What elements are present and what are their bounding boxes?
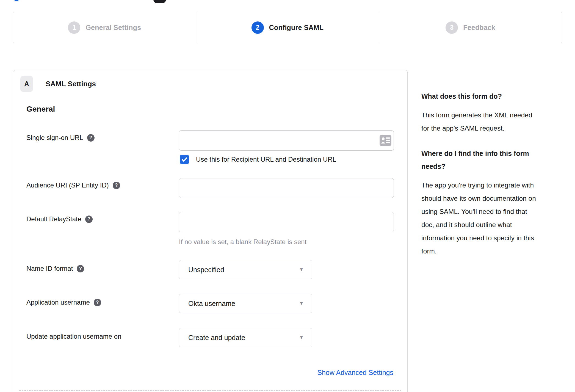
step-general-settings: 1 General Settings	[13, 12, 196, 43]
help-icon[interactable]: ?	[94, 299, 101, 306]
chevron-down-icon: ▼	[299, 335, 304, 340]
sso-url-label-text: Single sign-on URL	[26, 134, 83, 142]
step-3-badge: 3	[446, 21, 458, 34]
wizard-stepper: 1 General Settings 2 Configure SAML 3 Fe…	[13, 12, 562, 43]
update-app-username-select[interactable]: Create and update ▼	[179, 328, 312, 347]
help-icon[interactable]: ?	[77, 265, 84, 272]
step-3-label: Feedback	[463, 24, 495, 32]
audience-uri-input[interactable]	[179, 178, 394, 198]
name-id-format-label-text: Name ID format	[26, 265, 73, 272]
checkmark-icon	[181, 156, 188, 163]
page-title-fragment-blue	[15, 0, 18, 1]
sso-url-input-wrap	[179, 130, 394, 151]
help-paragraph-what: This form generates the XML needed for t…	[421, 109, 555, 135]
contact-card-icon[interactable]	[380, 135, 391, 146]
application-username-label: Application username ?	[26, 299, 101, 306]
default-relaystate-label: Default RelayState ?	[26, 215, 93, 223]
name-id-format-select[interactable]: Unspecified ▼	[179, 260, 312, 279]
step-1-label: General Settings	[85, 24, 141, 32]
section-divider	[19, 390, 401, 391]
default-relaystate-label-text: Default RelayState	[26, 215, 81, 223]
update-app-username-label-text: Update application username on	[26, 333, 121, 340]
update-app-username-value: Create and update	[188, 334, 299, 342]
step-1-badge: 1	[68, 21, 80, 34]
sso-url-input[interactable]	[179, 130, 394, 151]
show-advanced-settings-link[interactable]: Show Advanced Settings	[317, 369, 393, 377]
recipient-url-checkbox[interactable]	[180, 155, 189, 164]
section-a-badge: A	[20, 76, 33, 92]
recipient-url-checkbox-row: Use this for Recipient URL and Destinati…	[180, 155, 336, 164]
sso-url-label: Single sign-on URL ?	[26, 134, 95, 142]
help-icon[interactable]: ?	[113, 182, 120, 189]
help-icon[interactable]: ?	[87, 134, 95, 142]
general-group-title: General	[26, 105, 55, 114]
update-app-username-label: Update application username on	[26, 333, 121, 340]
step-2-badge: 2	[251, 21, 264, 34]
audience-uri-label-text: Audience URI (SP Entity ID)	[26, 181, 109, 189]
step-configure-saml: 2 Configure SAML	[196, 12, 379, 43]
help-paragraph-where: The app you're trying to integrate with …	[421, 179, 555, 258]
configure-saml-page: 1 General Settings 2 Configure SAML 3 Fe…	[0, 0, 575, 392]
default-relaystate-input[interactable]	[179, 212, 394, 232]
application-username-value: Okta username	[188, 300, 299, 308]
step-feedback: 3 Feedback	[379, 12, 562, 43]
name-id-format-value: Unspecified	[188, 266, 299, 274]
chevron-down-icon: ▼	[299, 267, 304, 272]
help-icon[interactable]: ?	[85, 216, 93, 223]
chevron-down-icon: ▼	[299, 301, 304, 306]
application-username-select[interactable]: Okta username ▼	[179, 294, 312, 313]
page-title-fragment-dark	[153, 0, 166, 3]
application-username-label-text: Application username	[26, 299, 90, 306]
name-id-format-label: Name ID format ?	[26, 265, 84, 272]
help-sidebar: What does this form do? This form genera…	[421, 90, 555, 258]
saml-settings-panel: A SAML Settings General Single sign-on U…	[13, 70, 408, 392]
section-title: SAML Settings	[46, 76, 96, 92]
help-heading-where: Where do I find the info this form needs…	[421, 147, 555, 173]
recipient-url-checkbox-label: Use this for Recipient URL and Destinati…	[196, 156, 336, 163]
audience-uri-label: Audience URI (SP Entity ID) ?	[26, 181, 120, 189]
help-heading-what: What does this form do?	[421, 90, 555, 103]
step-2-label: Configure SAML	[269, 24, 324, 32]
relaystate-helper-text: If no value is set, a blank RelayState i…	[179, 238, 306, 246]
